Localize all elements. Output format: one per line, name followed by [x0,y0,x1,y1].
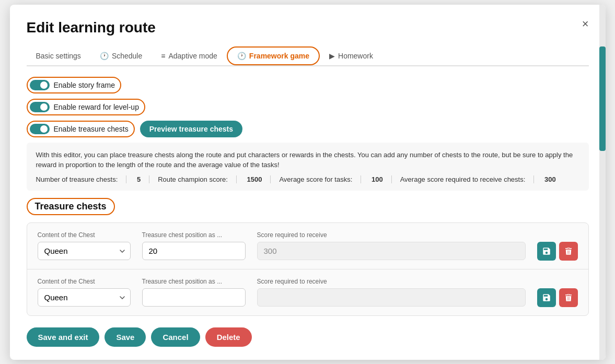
tab-homework[interactable]: ▶ Homework [320,46,382,66]
schedule-icon: 🕐 [100,52,109,60]
tab-basic-settings[interactable]: Basic settings [27,46,90,66]
toggle-story-frame[interactable] [30,80,50,90]
stat-champion-score: Route champion score: 1500 [158,175,271,183]
toggle-reward-level-up-wrap: Enable reward for level-up [27,99,145,115]
position-label-2: Treasure chest position as ... [142,278,246,285]
tab-basic-settings-label: Basic settings [36,52,81,60]
homework-icon: ▶ [329,52,335,60]
close-button[interactable]: × [582,17,589,31]
chest-position-input-1[interactable] [142,242,246,260]
delete-icon-1 [564,246,573,256]
chest-row-1-fields: Queen King Rook Bishop Knight Pawn [38,242,578,261]
chest-content-select-2[interactable]: Queen King [38,288,131,307]
tab-schedule[interactable]: 🕐 Schedule [90,46,152,66]
stat-champion-score-value: 1500 [247,175,262,183]
toggle-story-frame-wrap: Enable story frame [27,77,122,93]
chest-row-2-labels: Content of the Chest Treasure chest posi… [38,278,578,285]
chest-score-input-1 [257,242,526,260]
chest-row: Content of the Chest Treasure chest posi… [27,269,588,315]
cancel-button[interactable]: Cancel [151,327,200,347]
framework-game-icon: 🕐 [237,52,246,60]
toggle-reward-level-up-label: Enable reward for level-up [54,103,139,111]
score-label-2: Score required to receive [257,278,578,285]
save-icon-1 [542,246,551,256]
info-stats: Number of treasure chests: 5 Route champ… [36,175,579,183]
chest-save-button-1[interactable] [537,242,556,261]
info-box: With this editor, you can place treasure… [27,143,589,191]
stat-num-chests-value: 5 [137,175,141,183]
toggle-treasure-chests-wrap: Enable treasure chests [27,121,135,137]
tab-framework-game[interactable]: 🕐 Framework game [227,46,320,65]
stat-num-chests-label: Number of treasure chests: [36,175,127,183]
chest-delete-button-1[interactable] [559,242,578,261]
stat-avg-tasks: Average score for tasks: 100 [279,175,391,183]
treasure-chests-section-title: Treasure chests [27,198,115,215]
stat-champion-score-label: Route champion score: [158,175,237,183]
save-button[interactable]: Save [105,327,146,347]
save-icon-2 [542,293,551,302]
chest-row: Content of the Chest Treasure chest posi… [27,223,588,269]
adaptive-mode-icon: ≡ [161,52,165,60]
stat-avg-score-chests-label: Average score required to receive chests… [400,175,535,183]
tabs-bar: Basic settings 🕐 Schedule ≡ Adaptive mod… [27,46,589,66]
toggle-treasure-chests-label: Enable treasure chests [54,125,129,133]
chest-row-2-fields: Queen King [38,288,578,307]
chest-action-btns-1 [537,242,578,261]
stat-avg-tasks-value: 100 [372,175,383,183]
toggle-reward-level-up[interactable] [30,102,50,112]
chests-container: Content of the Chest Treasure chest posi… [27,222,589,316]
chest-score-input-2 [257,288,526,307]
delete-icon-2 [564,293,573,302]
chest-save-button-2[interactable] [537,288,556,307]
preview-treasure-chests-button[interactable]: Preview treasure chests [140,121,242,137]
toggle-story-frame-label: Enable story frame [54,81,115,89]
chest-content-select-1[interactable]: Queen King Rook Bishop Knight Pawn [38,242,131,260]
stat-avg-score-chests-value: 300 [544,175,556,183]
save-and-exit-button[interactable]: Save and exit [27,327,100,347]
tab-adaptive-mode-label: Adaptive mode [168,52,217,60]
bottom-bar: Save and exit Save Cancel Delete [27,327,589,347]
stat-avg-tasks-label: Average score for tasks: [279,175,361,183]
content-label-1: Content of the Chest [38,231,131,239]
stat-avg-score-chests: Average score required to receive chests… [400,175,564,183]
toggle-story-frame-row: Enable story frame [27,77,589,93]
position-label-1: Treasure chest position as ... [142,231,246,239]
scrollbar[interactable] [599,5,606,360]
info-description: With this editor, you can place treasure… [36,150,579,170]
chest-delete-button-2[interactable] [559,288,578,307]
content-label-2: Content of the Chest [38,278,131,285]
toggle-treasure-chests-row: Enable treasure chests Preview treasure … [27,121,589,137]
stat-num-chests: Number of treasure chests: 5 [36,175,150,183]
tab-adaptive-mode[interactable]: ≡ Adaptive mode [152,46,227,66]
modal-title: Edit learning route [27,19,589,36]
delete-button[interactable]: Delete [205,327,252,347]
chest-position-input-2[interactable] [142,288,246,307]
toggle-treasure-chests[interactable] [30,124,50,134]
tab-schedule-label: Schedule [112,52,142,60]
chest-action-btns-2 [537,288,578,307]
toggle-reward-level-up-row: Enable reward for level-up [27,99,589,115]
tab-homework-label: Homework [338,52,373,60]
tab-framework-game-label: Framework game [249,52,309,60]
edit-learning-route-modal: × Edit learning route Basic settings 🕐 S… [10,5,606,360]
score-label-1: Score required to receive [257,231,578,239]
chest-row-1-labels: Content of the Chest Treasure chest posi… [38,231,578,239]
scrollbar-thumb [599,46,606,151]
